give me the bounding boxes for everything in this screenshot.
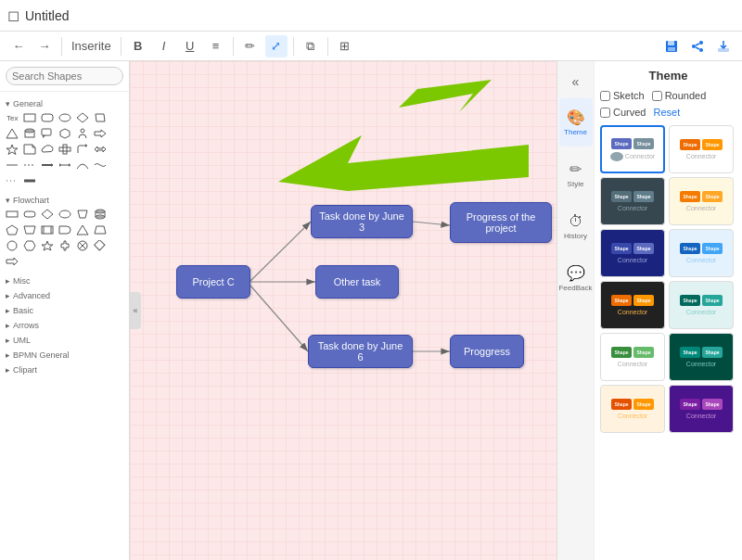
theme-card-9[interactable]: Shape Shape Connector [600, 333, 665, 381]
panel-feedback-button[interactable]: 💬 FeedBack [559, 254, 593, 302]
reset-button[interactable]: Reset [653, 107, 680, 118]
fc-oval[interactable] [57, 207, 73, 222]
theme-card-5[interactable]: Shape Shape Connector [600, 229, 665, 277]
shape-rounded-rect[interactable] [39, 110, 56, 125]
shape-arrow-right[interactable] [92, 126, 109, 141]
collapse-sidebar-handle[interactable]: « [130, 292, 141, 329]
underline-button[interactable]: U [179, 35, 201, 57]
table-button[interactable]: ⊞ [334, 35, 356, 57]
fc-rect[interactable] [4, 207, 20, 222]
fc-para[interactable] [74, 207, 91, 222]
shape-line1[interactable] [4, 158, 20, 172]
shape-curve1[interactable] [74, 158, 91, 172]
share-button[interactable] [686, 35, 709, 57]
node-task-june3[interactable]: Task done by June 3 [311, 205, 413, 238]
fc-diamond2[interactable] [92, 238, 109, 253]
insert-button[interactable]: Inserite [68, 35, 115, 57]
category-bpmn[interactable]: ▸BPMN General [4, 347, 125, 362]
format-button[interactable]: ✏ [239, 35, 262, 57]
shape-person[interactable] [74, 126, 91, 141]
fc-triangle[interactable] [74, 223, 91, 237]
shape-ellipse[interactable] [57, 110, 73, 125]
shape-hexagon[interactable] [57, 126, 73, 141]
theme-card-11[interactable]: Shape Shape Connector [600, 385, 665, 433]
fc-trapezoid[interactable] [92, 223, 109, 237]
category-clipart[interactable]: ▸Clipart [4, 362, 125, 376]
shape-thick-line[interactable] [21, 173, 38, 188]
shape-text[interactable]: Text [4, 110, 20, 125]
theme-card-7[interactable]: Shape Shape Connector [600, 281, 665, 329]
sketch-checkbox[interactable]: Sketch [600, 90, 645, 101]
theme-card-1[interactable]: Shape Shape Connector [600, 125, 665, 173]
category-basic[interactable]: ▸Basic [4, 302, 125, 317]
category-misc[interactable]: ▸Misc [4, 273, 125, 287]
fc-predefined[interactable] [39, 223, 56, 237]
copy-button[interactable]: ⧉ [300, 35, 322, 57]
fc-circle[interactable] [4, 238, 20, 253]
category-arrows[interactable]: ▸Arrows [4, 317, 125, 332]
collapse-right-button[interactable]: « [559, 69, 593, 95]
theme-card-3[interactable]: Shape Shape Connector [600, 177, 665, 225]
shape-cross[interactable] [57, 142, 73, 157]
category-uml[interactable]: ▸UML [4, 332, 125, 347]
connection-button[interactable]: ⤢ [265, 35, 288, 57]
panel-theme-button[interactable]: 🎨 Theme [559, 98, 593, 146]
node-other-task[interactable]: Other task [315, 265, 399, 299]
save-button[interactable] [660, 35, 683, 57]
shape-cloud[interactable] [39, 142, 56, 157]
fc-circle-x[interactable] [74, 238, 91, 253]
shape-rhombus[interactable] [74, 110, 91, 125]
category-flowchart[interactable]: ▾Flowchart [4, 192, 125, 207]
theme-card-8[interactable]: Shape Shape Connector [669, 281, 734, 329]
fc-manual-op[interactable] [21, 223, 38, 237]
shape-callout[interactable] [39, 126, 56, 141]
bold-button[interactable]: B [127, 35, 149, 57]
shape-line3[interactable] [39, 158, 56, 172]
sketch-input[interactable] [600, 91, 610, 101]
fc-rounded[interactable] [21, 207, 38, 222]
node-project-c[interactable]: Project C [176, 265, 250, 299]
category-advanced[interactable]: ▸Advanced [4, 287, 125, 302]
fc-hexagon[interactable] [21, 238, 38, 253]
shape-double-arrow[interactable] [92, 142, 109, 157]
theme-card-2[interactable]: Shape Shape Connector [669, 125, 734, 173]
fc-arrow-right2[interactable] [4, 254, 20, 269]
shape-curve2[interactable] [92, 158, 109, 172]
curved-checkbox[interactable]: Curved [600, 107, 646, 118]
shape-line4[interactable] [57, 158, 73, 172]
shape-triangle[interactable] [4, 126, 20, 141]
shape-note[interactable] [21, 142, 38, 157]
node-task-june6[interactable]: Task done by June 6 [308, 335, 413, 368]
export-button[interactable] [712, 35, 735, 57]
theme-card-12[interactable]: Shape Shape Connector [669, 385, 734, 433]
back-button[interactable]: ← [7, 35, 30, 57]
shape-line2[interactable] [21, 158, 38, 172]
fc-drum[interactable] [92, 207, 109, 222]
shape-bend-arrow[interactable] [74, 142, 91, 157]
fc-diamond[interactable] [39, 207, 56, 222]
theme-card-6[interactable]: Shape Shape Connector [669, 229, 734, 277]
curved-input[interactable] [600, 108, 610, 118]
panel-history-button[interactable]: ⏱ History [559, 202, 593, 250]
canvas-area[interactable]: « P [130, 61, 556, 560]
node-progress-project[interactable]: Progress of the project [450, 202, 552, 243]
italic-button[interactable]: I [153, 35, 175, 57]
node-proggress[interactable]: Proggress [450, 335, 524, 368]
rounded-checkbox[interactable]: Rounded [652, 90, 707, 101]
theme-card-4[interactable]: Shape Shape Connector [669, 177, 734, 225]
search-input[interactable] [6, 67, 123, 85]
forward-button[interactable]: → [33, 35, 56, 57]
fc-star[interactable] [39, 238, 56, 253]
rounded-input[interactable] [652, 91, 662, 101]
shape-star[interactable] [4, 142, 20, 157]
fc-plus[interactable] [57, 238, 73, 253]
fc-pentagon[interactable] [4, 223, 20, 237]
panel-style-button[interactable]: ✏ Style [559, 150, 593, 198]
shape-dotted[interactable] [4, 173, 20, 188]
shape-rect[interactable] [21, 110, 38, 125]
list-button[interactable]: ≡ [205, 35, 227, 57]
shape-parallelogram[interactable] [92, 110, 109, 125]
theme-card-10[interactable]: Shape Shape Connector [669, 333, 734, 381]
category-general[interactable]: ▾General [4, 95, 125, 110]
shape-cylinder[interactable] [21, 126, 38, 141]
